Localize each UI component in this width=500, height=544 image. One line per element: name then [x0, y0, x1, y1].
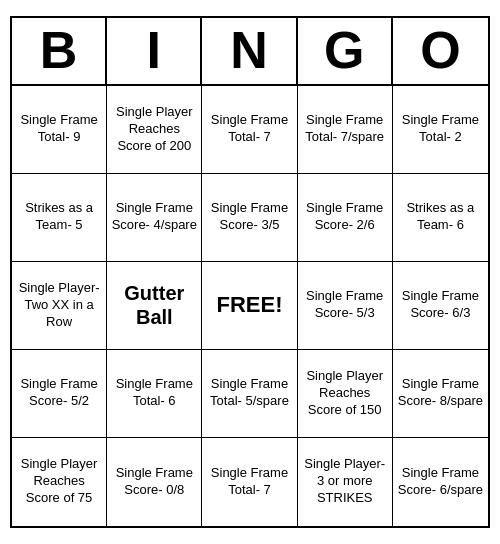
cell-3: Single Frame Total- 7/spare — [298, 86, 393, 174]
cell-12: FREE! — [202, 262, 297, 350]
bingo-letter-n: N — [202, 18, 297, 83]
cell-23: Single Player- 3 or more STRIKES — [298, 438, 393, 526]
cell-18: Single Player Reaches Score of 150 — [298, 350, 393, 438]
cell-22: Single Frame Total- 7 — [202, 438, 297, 526]
cell-1: Single Player Reaches Score of 200 — [107, 86, 202, 174]
cell-2: Single Frame Total- 7 — [202, 86, 297, 174]
cell-8: Single Frame Score- 2/6 — [298, 174, 393, 262]
cell-14: Single Frame Score- 6/3 — [393, 262, 488, 350]
bingo-grid: Single Frame Total- 9Single Player Reach… — [12, 86, 488, 526]
cell-17: Single Frame Total- 5/spare — [202, 350, 297, 438]
bingo-letter-g: G — [298, 18, 393, 83]
cell-10: Single Player- Two XX in a Row — [12, 262, 107, 350]
cell-11: Gutter Ball — [107, 262, 202, 350]
cell-24: Single Frame Score- 6/spare — [393, 438, 488, 526]
bingo-letter-b: B — [12, 18, 107, 83]
cell-6: Single Frame Score- 4/spare — [107, 174, 202, 262]
cell-9: Strikes as a Team- 6 — [393, 174, 488, 262]
cell-0: Single Frame Total- 9 — [12, 86, 107, 174]
bingo-card: BINGO Single Frame Total- 9Single Player… — [10, 16, 490, 527]
cell-7: Single Frame Score- 3/5 — [202, 174, 297, 262]
cell-19: Single Frame Score- 8/spare — [393, 350, 488, 438]
cell-13: Single Frame Score- 5/3 — [298, 262, 393, 350]
cell-4: Single Frame Total- 2 — [393, 86, 488, 174]
bingo-letter-i: I — [107, 18, 202, 83]
cell-5: Strikes as a Team- 5 — [12, 174, 107, 262]
cell-21: Single Frame Score- 0/8 — [107, 438, 202, 526]
bingo-header: BINGO — [12, 18, 488, 85]
cell-16: Single Frame Total- 6 — [107, 350, 202, 438]
cell-15: Single Frame Score- 5/2 — [12, 350, 107, 438]
bingo-letter-o: O — [393, 18, 488, 83]
cell-20: Single Player Reaches Score of 75 — [12, 438, 107, 526]
